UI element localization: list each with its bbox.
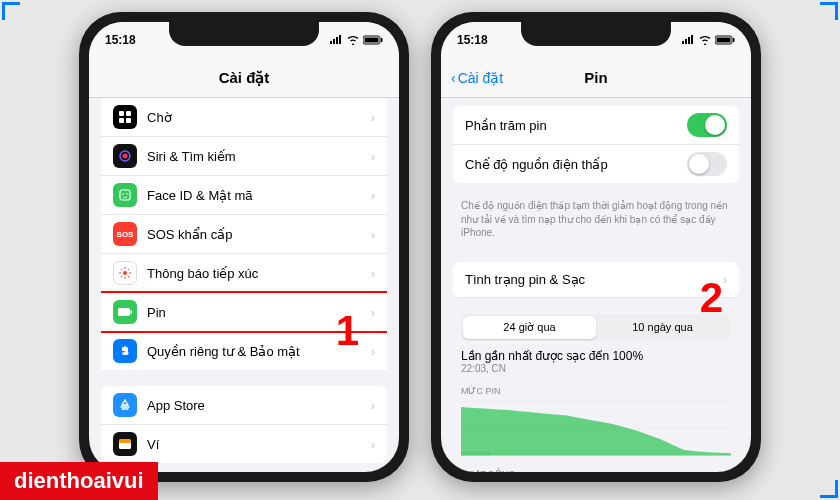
svg-rect-33 (733, 38, 735, 42)
footer-text: Chế độ nguồn điện thấp tạm thời giảm hoạ… (441, 199, 751, 250)
svg-line-19 (121, 276, 122, 277)
row-label: Thông báo tiếp xúc (147, 266, 371, 281)
corner-mark (2, 2, 20, 20)
svg-rect-37 (461, 451, 491, 455)
battery-icon (113, 300, 137, 324)
settings-row-wallet[interactable]: Ví › (101, 425, 387, 463)
chart-battery-label: MỨC PIN (461, 386, 731, 396)
settings-row-sos[interactable]: SOS SOS khẩn cấp › (101, 215, 387, 254)
svg-line-17 (121, 269, 122, 270)
row-low-power[interactable]: Chế độ nguồn điện thấp (453, 145, 739, 183)
svg-rect-6 (126, 118, 131, 123)
status-icons (329, 35, 383, 45)
chevron-right-icon: › (371, 149, 375, 164)
navbar: Cài đặt (89, 58, 399, 98)
svg-rect-9 (120, 190, 130, 200)
row-label: Chế độ nguồn điện thấp (465, 157, 687, 172)
corner-mark (820, 480, 838, 498)
svg-rect-2 (381, 38, 383, 42)
notch (521, 22, 671, 46)
svg-rect-32 (717, 38, 731, 43)
row-label: Chờ (147, 110, 371, 125)
step-number-2: 2 (700, 274, 723, 322)
status-icons (681, 35, 735, 45)
chevron-right-icon: › (723, 272, 727, 287)
settings-row-standby[interactable]: Chờ › (101, 98, 387, 137)
notch (169, 22, 319, 46)
chevron-right-icon: › (371, 110, 375, 125)
row-battery-health[interactable]: Tình trạng pin & Sạc › (453, 262, 739, 298)
row-label: SOS khẩn cấp (147, 227, 371, 242)
corner-mark (820, 2, 838, 20)
status-time: 15:18 (105, 33, 136, 47)
settings-row-faceid[interactable]: Face ID & Mật mã › (101, 176, 387, 215)
step-number-1: 1 (336, 307, 359, 355)
row-label: Tình trạng pin & Sạc (465, 272, 723, 287)
svg-point-8 (123, 154, 128, 159)
exposure-icon (113, 261, 137, 285)
svg-rect-4 (126, 111, 131, 116)
back-button[interactable]: ‹ Cài đặt (451, 70, 503, 86)
settings-row-appstore[interactable]: App Store › (101, 386, 387, 425)
wallet-icon (113, 432, 137, 456)
chevron-right-icon: › (371, 305, 375, 320)
grid-icon (113, 105, 137, 129)
toggle-battery-percent[interactable] (687, 113, 727, 137)
svg-rect-5 (119, 118, 124, 123)
svg-rect-3 (119, 111, 124, 116)
siri-icon (113, 144, 137, 168)
navbar: ‹ Cài đặt Pin (441, 58, 751, 98)
chevron-right-icon: › (371, 344, 375, 359)
svg-rect-24 (119, 439, 131, 443)
svg-line-20 (128, 269, 129, 270)
svg-point-10 (122, 193, 124, 195)
row-label: Phần trăm pin (465, 118, 687, 133)
last-charge-label: Lần gần nhất được sạc đến 100% (441, 349, 751, 363)
chevron-left-icon: ‹ (451, 70, 456, 86)
page-title: Pin (584, 69, 607, 86)
seg-24h[interactable]: 24 giờ qua (463, 316, 596, 339)
phone-left: 15:18 Cài đặt Chờ › (79, 12, 409, 482)
row-label: App Store (147, 398, 371, 413)
row-label: Siri & Tìm kiếm (147, 149, 371, 164)
settings-row-siri[interactable]: Siri & Tìm kiếm › (101, 137, 387, 176)
toggle-low-power[interactable] (687, 152, 727, 176)
svg-rect-21 (118, 308, 130, 316)
svg-line-18 (128, 276, 129, 277)
chevron-right-icon: › (371, 437, 375, 452)
page-title: Cài đặt (219, 69, 270, 87)
chevron-right-icon: › (371, 227, 375, 242)
hand-icon (113, 339, 137, 363)
sos-icon: SOS (113, 222, 137, 246)
faceid-icon (113, 183, 137, 207)
svg-rect-1 (365, 38, 379, 43)
chevron-right-icon: › (371, 266, 375, 281)
watermark: dienthoaivui (0, 462, 158, 500)
settings-row-exposure[interactable]: Thông báo tiếp xúc › (101, 254, 387, 293)
phone-right: 15:18 ‹ Cài đặt Pin Phần trăm pin (431, 12, 761, 482)
row-label: Ví (147, 437, 371, 452)
svg-rect-22 (131, 310, 133, 314)
last-charge-time: 22:03, CN (441, 363, 751, 380)
svg-point-11 (126, 193, 128, 195)
svg-point-12 (123, 271, 127, 275)
segmented-control[interactable]: 24 giờ qua 10 ngày qua (461, 314, 731, 341)
row-battery-percent[interactable]: Phần trăm pin (453, 106, 739, 145)
back-label: Cài đặt (458, 70, 504, 86)
appstore-icon (113, 393, 137, 417)
chart-activity-label: HOẠT ĐỘNG (461, 469, 731, 473)
chevron-right-icon: › (371, 398, 375, 413)
chart-battery-level (461, 399, 731, 459)
row-label: Face ID & Mật mã (147, 188, 371, 203)
status-time: 15:18 (457, 33, 488, 47)
chevron-right-icon: › (371, 188, 375, 203)
